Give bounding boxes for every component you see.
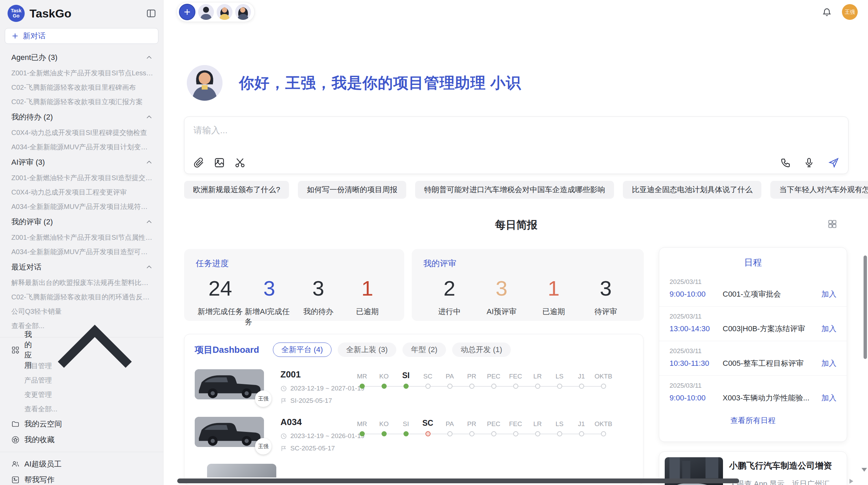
dashboard-tab[interactable]: 年型 (2) bbox=[402, 343, 446, 357]
logo-text-1: Task bbox=[11, 8, 22, 13]
dashboard-tab[interactable]: 动总开发 (1) bbox=[452, 343, 511, 357]
sidebar-section-4-header[interactable]: 最近对话 bbox=[0, 259, 163, 275]
event-join-link[interactable]: 加入 bbox=[821, 324, 836, 334]
plus-icon bbox=[183, 8, 191, 16]
sidebar-list-item[interactable]: Z001-全新燃油皮卡产品开发项目SI节点Lesson Learn报告 bbox=[0, 66, 163, 80]
event-join-link[interactable]: 加入 bbox=[821, 358, 836, 369]
schedule-view-all[interactable]: 查看所有日程 bbox=[659, 410, 847, 431]
chevron-up-icon[interactable] bbox=[145, 54, 153, 61]
suggestion-chip[interactable]: 欧洲新规最近颁布了什么? bbox=[184, 181, 289, 199]
milestone-MR[interactable]: MR bbox=[351, 370, 373, 392]
agent-avatar-2[interactable] bbox=[217, 4, 232, 20]
project-row[interactable]: 王强Z0012023-12-19 ~ 2027-01-19SI-2025-05-… bbox=[195, 369, 633, 405]
milestone-KO[interactable]: KO bbox=[373, 418, 395, 439]
sidebar-list-item[interactable]: A034-全新新能源MUV产品开发项目计划变更表编写 bbox=[0, 140, 163, 154]
milestone-LS[interactable]: LS bbox=[548, 370, 570, 392]
suggestion-chip[interactable]: 特朗普可能对进口汽车增税会对中国车企造成哪些影响 bbox=[415, 181, 614, 199]
suggestion-chip[interactable]: 当下年轻人对汽车外观有怎样的喜好趋势 bbox=[770, 181, 868, 199]
chevron-up-icon[interactable] bbox=[145, 113, 153, 121]
image-upload-icon[interactable] bbox=[214, 157, 225, 168]
milestone-LR[interactable]: LR bbox=[527, 370, 548, 392]
milestone-LS[interactable]: LS bbox=[548, 418, 570, 439]
milestone-OKTB[interactable]: OKTB bbox=[592, 418, 614, 439]
scroll-down-arrow[interactable] bbox=[861, 468, 867, 472]
chevron-up-icon[interactable] bbox=[145, 263, 153, 271]
sidebar-list-item[interactable]: A034-全新新能源MUV产品开发项目法规符合性评审 bbox=[0, 199, 163, 214]
add-agent-button[interactable] bbox=[179, 4, 195, 20]
milestone-SI[interactable]: SI bbox=[395, 418, 417, 439]
sidebar-list-item[interactable]: A034-全新新能源MUV产品开发项目造型可行性评审 bbox=[0, 245, 163, 259]
screenshot-scissors-icon[interactable] bbox=[234, 157, 245, 168]
sidebar-link-1[interactable]: 我的收藏 bbox=[0, 432, 163, 448]
chevron-up-icon[interactable] bbox=[37, 292, 153, 408]
sidebar-tool-0[interactable]: AI超级员工 bbox=[0, 456, 163, 472]
suggestion-chip[interactable]: 如何写一份清晰的项目周报 bbox=[298, 181, 406, 199]
new-chat-button[interactable]: 新对话 bbox=[5, 28, 158, 44]
chevron-up-icon[interactable] bbox=[145, 218, 153, 226]
sidebar-list-item[interactable]: C0X4-动力总成开发项目SI里程碑提交物检查 bbox=[0, 125, 163, 140]
sidebar-list-item[interactable]: C02-飞腾新能源轻客改款项目里程碑画布 bbox=[0, 80, 163, 95]
milestone-PEC[interactable]: PEC bbox=[483, 418, 505, 439]
milestone-PEC[interactable]: PEC bbox=[483, 370, 505, 392]
sidebar-section-1-header[interactable]: 我的待办 (2) bbox=[0, 109, 163, 125]
sidebar-section-0-header[interactable]: Agent已办 (3) bbox=[0, 49, 163, 66]
dashboard-tab[interactable]: 全新平台 (4) bbox=[273, 343, 331, 357]
sidebar-section-3-header[interactable]: 我的评审 (2) bbox=[0, 214, 163, 230]
milestone-OKTB[interactable]: OKTB bbox=[592, 370, 614, 392]
milestone-PA[interactable]: PA bbox=[439, 418, 461, 439]
agent-quickbar bbox=[177, 2, 255, 22]
layout-grid-icon[interactable] bbox=[828, 219, 837, 229]
schedule-event: 2025/03/119:00-10:00X003-车辆动力学性能验...加入 bbox=[659, 376, 847, 410]
agent-avatar-1[interactable] bbox=[198, 4, 214, 20]
milestone-label: MR bbox=[357, 370, 367, 380]
milestone-FEC[interactable]: FEC bbox=[505, 370, 527, 392]
milestone-PR[interactable]: PR bbox=[461, 370, 483, 392]
user-avatar[interactable]: 王强 bbox=[842, 4, 858, 20]
sidebar-my-apps-header[interactable]: 我的应用 bbox=[0, 341, 163, 359]
event-join-link[interactable]: 加入 bbox=[821, 393, 836, 403]
milestone-SC[interactable]: SC bbox=[417, 418, 439, 439]
milestone-dot bbox=[579, 431, 584, 436]
agent-avatar-3[interactable] bbox=[235, 4, 251, 20]
milestone-J1[interactable]: J1 bbox=[570, 370, 592, 392]
voice-call-icon[interactable] bbox=[780, 157, 791, 168]
sidebar-collapse-icon[interactable] bbox=[146, 8, 156, 18]
microphone-icon[interactable] bbox=[804, 157, 815, 168]
milestone-dot bbox=[513, 431, 518, 436]
milestone-PA[interactable]: PA bbox=[439, 370, 461, 392]
milestone-SC[interactable]: SC bbox=[417, 370, 439, 392]
schedule-event: 2025/03/1110:30-11:30C005-整车工程目标评审加入 bbox=[659, 341, 847, 376]
vertical-scrollbar-thumb[interactable] bbox=[864, 256, 867, 359]
milestone-SI[interactable]: SI bbox=[395, 370, 417, 392]
milestone-PR[interactable]: PR bbox=[461, 418, 483, 439]
sidebar-link-0[interactable]: 我的云空间 bbox=[0, 416, 163, 432]
sidebar-section-2-header[interactable]: AI评审 (3) bbox=[0, 154, 163, 171]
milestone-J1[interactable]: J1 bbox=[570, 418, 592, 439]
attachment-icon[interactable] bbox=[193, 157, 204, 168]
send-icon[interactable] bbox=[828, 157, 839, 168]
sidebar-list-item[interactable]: 解释最新出台的欧盟报废车法规再生塑料比例被调至15%... bbox=[0, 275, 163, 290]
sidebar-list-item[interactable]: Z001-全新燃油轻卡产品开发项目SI节点属性5D文件评审 bbox=[0, 230, 163, 245]
milestone-KO[interactable]: KO bbox=[373, 370, 395, 392]
milestone-LR[interactable]: LR bbox=[527, 418, 548, 439]
project-row[interactable]: 王强A0342023-12-19 ~ 2026-01-19SC-2025-05-… bbox=[195, 417, 633, 452]
chat-input[interactable] bbox=[193, 124, 839, 157]
notifications-bell-icon[interactable] bbox=[822, 7, 832, 17]
chevron-up-icon[interactable] bbox=[145, 159, 153, 166]
milestone-dot bbox=[601, 431, 606, 436]
milestone-FEC[interactable]: FEC bbox=[505, 418, 527, 439]
sidebar-list-item[interactable]: C02-飞腾新能源轻客改款项目立项汇报方案 bbox=[0, 95, 163, 109]
milestone-label: SI bbox=[403, 418, 409, 428]
horizontal-scrollbar-thumb[interactable] bbox=[177, 478, 739, 483]
milestone-MR[interactable]: MR bbox=[351, 418, 373, 439]
sidebar-list-item[interactable]: C0X4-动力总成开发项目工程变更评审 bbox=[0, 185, 163, 199]
suggestion-chips: 欧洲新规最近颁布了什么?如何写一份清晰的项目周报特朗普可能对进口汽车增税会对中国… bbox=[184, 181, 848, 199]
sidebar-tool-1[interactable]: 帮我写作 bbox=[0, 472, 163, 485]
suggestion-chip[interactable]: 比亚迪全固态电池计划具体说了什么 bbox=[623, 181, 761, 199]
dashboard-tab[interactable]: 全新上装 (3) bbox=[338, 343, 396, 357]
scroll-right-arrow[interactable] bbox=[849, 479, 853, 484]
sidebar-list-item[interactable]: Z001-全新燃油轻卡产品开发项目SI造型提交物评审 bbox=[0, 171, 163, 185]
project-rows: 王强Z0012023-12-19 ~ 2027-01-19SI-2025-05-… bbox=[195, 369, 633, 452]
event-join-link[interactable]: 加入 bbox=[821, 289, 836, 299]
milestone-dot bbox=[601, 384, 606, 389]
